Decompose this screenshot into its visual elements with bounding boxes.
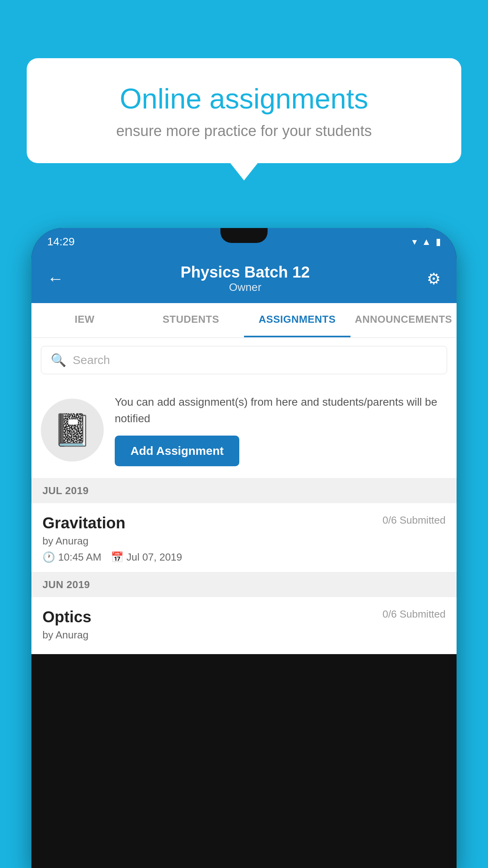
notch bbox=[220, 228, 268, 243]
notebook-icon: 📓 bbox=[53, 412, 92, 449]
tab-iew[interactable]: IEW bbox=[31, 303, 138, 337]
assignment-time-gravitation: 10:45 AM bbox=[58, 551, 101, 563]
assignment-submitted-optics: 0/6 Submitted bbox=[383, 608, 446, 620]
search-icon: 🔍 bbox=[51, 353, 66, 368]
app-header: ← Physics Batch 12 Owner ⚙ bbox=[31, 256, 457, 303]
search-container: 🔍 Search bbox=[31, 338, 457, 382]
add-assignment-card: 📓 You can add assignment(s) from here an… bbox=[31, 382, 457, 478]
clock-icon: 🕐 bbox=[42, 551, 55, 563]
meta-time-gravitation: 🕐 10:45 AM bbox=[42, 551, 101, 563]
phone-content: 🔍 Search 📓 You can add assignment(s) fro… bbox=[31, 338, 457, 654]
meta-date-gravitation: 📅 Jul 07, 2019 bbox=[111, 551, 182, 563]
wifi-icon: ▾ bbox=[412, 236, 417, 247]
assignment-by-optics: by Anurag bbox=[42, 629, 446, 641]
assignment-item-optics[interactable]: Optics 0/6 Submitted by Anurag bbox=[31, 597, 457, 654]
calendar-icon: 📅 bbox=[111, 551, 123, 563]
search-bar[interactable]: 🔍 Search bbox=[41, 346, 447, 374]
status-time: 14:29 bbox=[47, 235, 75, 248]
back-button[interactable]: ← bbox=[47, 269, 64, 288]
assignment-name-optics: Optics bbox=[42, 608, 91, 626]
speech-bubble-container: Online assignments ensure more practice … bbox=[27, 58, 461, 163]
header-title: Physics Batch 12 bbox=[64, 263, 427, 281]
add-assignment-button[interactable]: Add Assignment bbox=[115, 436, 239, 466]
signal-icon: ▲ bbox=[422, 236, 431, 247]
status-icons: ▾ ▲ ▮ bbox=[412, 236, 441, 247]
settings-icon[interactable]: ⚙ bbox=[427, 270, 441, 288]
tab-assignments[interactable]: ASSIGNMENTS bbox=[244, 303, 350, 337]
phone-frame: 14:29 ▾ ▲ ▮ ← Physics Batch 12 Owner ⚙ I… bbox=[31, 228, 457, 868]
assignment-date-gravitation: Jul 07, 2019 bbox=[127, 551, 182, 563]
assignment-icon-circle: 📓 bbox=[41, 399, 104, 462]
header-subtitle: Owner bbox=[64, 281, 427, 294]
speech-bubble: Online assignments ensure more practice … bbox=[27, 58, 461, 163]
header-center: Physics Batch 12 Owner bbox=[64, 263, 427, 294]
tab-students[interactable]: STUDENTS bbox=[138, 303, 244, 337]
month-header-jun: JUN 2019 bbox=[31, 572, 457, 597]
battery-icon: ▮ bbox=[436, 236, 441, 247]
assignment-by-gravitation: by Anurag bbox=[42, 535, 446, 547]
tabs-bar: IEW STUDENTS ASSIGNMENTS ANNOUNCEMENTS bbox=[31, 303, 457, 338]
bubble-subtitle: ensure more practice for your students bbox=[54, 123, 434, 140]
assignment-item-gravitation[interactable]: Gravitation 0/6 Submitted by Anurag 🕐 10… bbox=[31, 503, 457, 572]
month-header-jul: JUL 2019 bbox=[31, 478, 457, 503]
status-bar: 14:29 ▾ ▲ ▮ bbox=[31, 228, 457, 256]
assignment-meta-gravitation: 🕐 10:45 AM 📅 Jul 07, 2019 bbox=[42, 551, 446, 563]
bubble-title: Online assignments bbox=[54, 82, 434, 116]
assignment-submitted-gravitation: 0/6 Submitted bbox=[383, 514, 446, 526]
assignment-card-text: You can add assignment(s) from here and … bbox=[115, 394, 447, 427]
assignment-name-gravitation: Gravitation bbox=[42, 514, 125, 532]
search-placeholder: Search bbox=[73, 353, 110, 367]
assignment-row1-optics: Optics 0/6 Submitted bbox=[42, 608, 446, 626]
tab-announcements[interactable]: ANNOUNCEMENTS bbox=[350, 303, 457, 337]
assignment-row1: Gravitation 0/6 Submitted bbox=[42, 514, 446, 532]
assignment-card-right: You can add assignment(s) from here and … bbox=[115, 394, 447, 466]
